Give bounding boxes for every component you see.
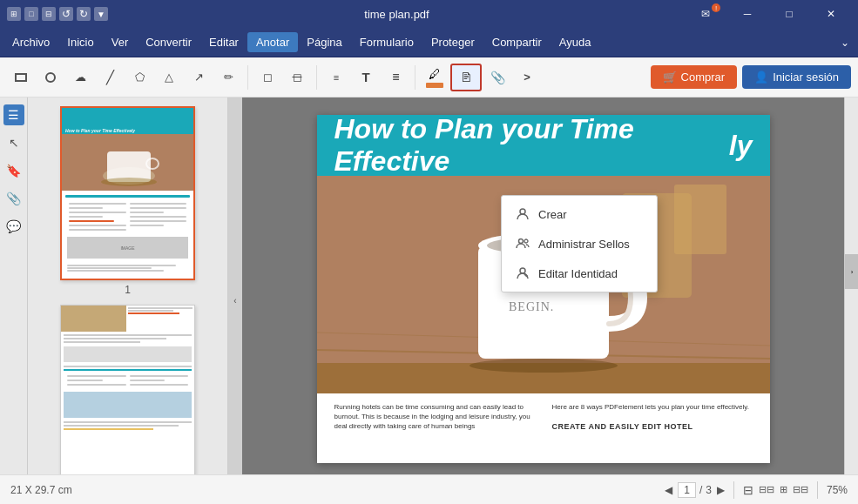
close-button[interactable]: ✕ — [811, 0, 851, 28]
thumbnail-frame-1: How to Plan your Time Effectively — [60, 106, 195, 280]
two-page-view[interactable]: ⊟⊟ — [759, 484, 774, 495]
dropdown-btn[interactable]: ▼ — [94, 7, 108, 21]
crear-icon — [514, 205, 531, 223]
menu-convertir[interactable]: Convertir — [137, 32, 200, 52]
sidebar-icon-comments[interactable]: 💬 — [3, 216, 24, 237]
user-icon: 👤 — [754, 71, 768, 84]
comprar-button[interactable]: 🛒 Comprar — [651, 65, 738, 89]
menu-ayuda[interactable]: Ayuda — [551, 32, 600, 52]
comprar-label: Comprar — [681, 71, 726, 84]
svg-text:BEGIN.: BEGIN. — [509, 300, 554, 313]
pdf-col2-heading: CREATE AND EASILY EDIT HOTEL — [552, 421, 753, 433]
app-icons: ⊞ □ ⊟ ↺ ↻ ▼ — [7, 7, 108, 21]
menu-editar[interactable]: Editar — [200, 32, 247, 52]
clear-tool[interactable]: ◻ — [283, 64, 311, 91]
toolbar-right: 🛒 Comprar 👤 Iniciar sesión — [651, 65, 851, 89]
redo-btn[interactable]: ↻ — [77, 7, 91, 21]
menu-compartir[interactable]: Compartir — [483, 32, 551, 52]
pdf-col1-text: Running hotels can be time consuming and… — [334, 402, 535, 432]
menu-anotar[interactable]: Anotar — [247, 32, 298, 52]
erase-tool[interactable]: ◻ — [253, 64, 281, 91]
undo-btn[interactable]: ↺ — [59, 7, 73, 21]
stamp-icon: 🖹 — [460, 71, 472, 84]
menubar-chevron[interactable]: ⌄ — [835, 35, 855, 50]
menu-pagina[interactable]: Página — [298, 32, 350, 52]
iniciar-label: Iniciar sesión — [773, 71, 839, 84]
attachment-tool[interactable]: 📎 — [483, 64, 511, 91]
scroll-view[interactable]: ⊟⊟ — [793, 484, 808, 495]
stamp-dropdown-menu: Crear Administrar Sellos Editar Identida… — [501, 195, 658, 292]
color-picker[interactable]: 🖊 — [421, 64, 449, 91]
current-page[interactable]: 1 — [678, 482, 696, 498]
arrow-tool[interactable]: ↗ — [185, 64, 213, 91]
sidebar-left: ☰ ↖ 🔖 📎 💬 — [0, 97, 28, 504]
administrar-icon — [514, 235, 531, 252]
text-box-tool[interactable]: ≡ — [322, 64, 350, 91]
app-icon-2: □ — [24, 7, 38, 21]
line-tool[interactable]: ╱ — [96, 64, 124, 91]
callout-tool[interactable]: ≣ — [382, 64, 409, 91]
app-icon-3: ⊟ — [42, 7, 56, 21]
collapse-panel-button[interactable]: ‹ — [228, 97, 242, 504]
text-tool[interactable]: T — [352, 64, 380, 91]
circle-tool[interactable] — [37, 64, 64, 91]
single-page-view[interactable]: ⊟ — [743, 483, 753, 497]
iniciar-button[interactable]: 👤 Iniciar sesión — [742, 65, 851, 89]
sidebar-icon-cursor[interactable]: ↖ — [3, 132, 24, 153]
thumbnail-1[interactable]: How to Plan your Time Effectively — [60, 106, 195, 296]
prev-page-btn[interactable]: ◀ — [665, 484, 672, 496]
dropdown-administrar-label: Administrar Sellos — [538, 238, 630, 251]
statusbar: 21 X 29.7 cm ◀ 1 / 3 ▶ ⊟ ⊟⊟ ⊞ ⊟⊟ 75% — [0, 474, 858, 504]
page-separator: / — [699, 484, 702, 496]
menu-proteger[interactable]: Proteger — [422, 32, 483, 52]
grid-view[interactable]: ⊞ — [780, 484, 787, 495]
pencil-tool[interactable]: ✏ — [214, 64, 242, 91]
menubar-right: ⌄ — [835, 35, 855, 50]
thumbnail-2[interactable]: 2 — [60, 305, 195, 494]
cloud-tool[interactable]: ☁ — [66, 64, 94, 91]
editar-icon — [514, 265, 531, 282]
pdf-col2-text: Here are 8 ways PDFelement lets you plan… — [552, 402, 753, 412]
total-pages: 3 — [706, 484, 712, 496]
rect-tool[interactable] — [7, 64, 35, 91]
svg-point-16 — [470, 359, 618, 373]
dropdown-editar[interactable]: Editar Identidad — [502, 259, 657, 288]
separator-3 — [415, 65, 415, 90]
thumb-content-1: IMAGE — [62, 191, 193, 278]
titlebar: ⊞ □ ⊟ ↺ ↻ ▼ time plan.pdf ✉ ! ─ □ ✕ — [0, 0, 858, 28]
menu-formulario[interactable]: Formulario — [351, 32, 422, 52]
separator-1 — [247, 65, 248, 90]
dropdown-crear[interactable]: Crear — [502, 199, 657, 229]
thumbnail-frame-2 — [60, 305, 195, 479]
polygon-tool[interactable]: ⬠ — [125, 64, 153, 91]
svg-rect-2 — [107, 151, 151, 182]
dropdown-administrar[interactable]: Administrar Sellos — [502, 229, 657, 259]
pdf-header-banner: How to Plan your Time Effective ly — [317, 115, 770, 176]
pdf-col-2: Here are 8 ways PDFelement lets you plan… — [552, 402, 753, 433]
email-icon[interactable]: ✉ ! — [686, 0, 726, 28]
triangle-tool[interactable]: △ — [155, 64, 183, 91]
color-swatch — [426, 83, 443, 88]
sidebar-icon-pages[interactable]: ☰ — [3, 104, 24, 125]
maximize-button[interactable]: □ — [769, 0, 809, 28]
sidebar-icon-bookmarks[interactable]: 🔖 — [3, 160, 24, 181]
pdf-area: How to Plan your Time Effective ly — [242, 97, 844, 504]
stamp-tool[interactable]: 🖹 — [450, 64, 482, 91]
menu-ver[interactable]: Ver — [103, 32, 138, 52]
sidebar-icon-attachments[interactable]: 📎 — [3, 188, 24, 209]
next-page-btn[interactable]: ▶ — [717, 484, 725, 496]
cart-icon: 🛒 — [663, 71, 677, 84]
rect-shape — [15, 73, 27, 82]
window-title: time plan.pdf — [364, 8, 429, 21]
thumb-image-1 — [62, 134, 193, 191]
separator-2 — [316, 65, 317, 90]
app-icon-1: ⊞ — [7, 7, 21, 21]
more-tools[interactable]: > — [513, 64, 541, 91]
right-scroll-indicator[interactable]: › — [845, 254, 858, 289]
zoom-level: 75% — [827, 484, 848, 496]
main-area: ☰ ↖ 🔖 📎 💬 How to Plan your Time Effectiv… — [0, 97, 858, 504]
minimize-button[interactable]: ─ — [727, 0, 767, 28]
dropdown-crear-label: Crear — [538, 208, 567, 221]
menu-inicio[interactable]: Inicio — [58, 32, 102, 52]
menu-archivo[interactable]: Archivo — [3, 32, 58, 52]
